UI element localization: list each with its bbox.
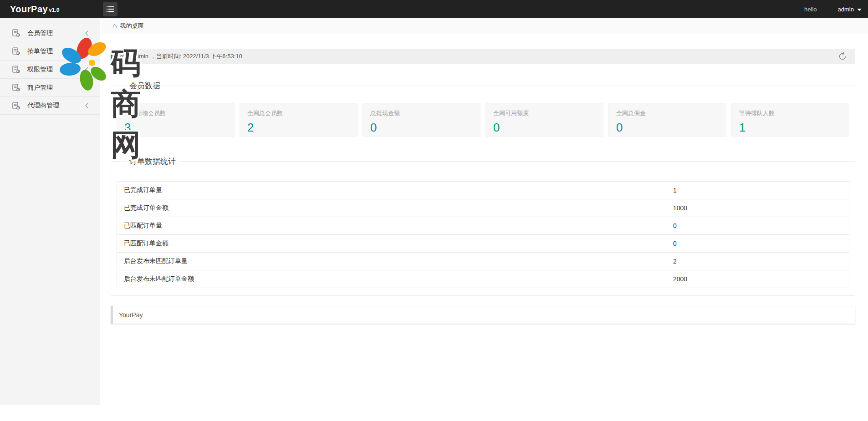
username-text: admin bbox=[838, 6, 854, 13]
table-row: 已匹配订单量 0 bbox=[117, 217, 849, 235]
table-row: 已匹配订单金额 0 bbox=[117, 235, 849, 253]
topbar-right: hello admin bbox=[804, 0, 862, 18]
stat-card-total-members: 全网总会员数 2 bbox=[240, 103, 357, 137]
stat-value: 3 bbox=[124, 121, 227, 135]
sidebar-item-members[interactable]: 会员管理 bbox=[0, 24, 100, 42]
row-label: 已匹配订单量 bbox=[117, 217, 666, 235]
sidebar-item-agents[interactable]: 代理商管理 bbox=[0, 96, 100, 115]
order-stats-table: 已完成订单量 1 已完成订单金额 1000 已匹配订单量 0 已匹配订单金额 0 bbox=[117, 181, 849, 288]
stat-card-queue-count: 等待排队人数 1 bbox=[731, 103, 849, 137]
refresh-button[interactable] bbox=[837, 51, 848, 62]
stat-label: 等待排队人数 bbox=[739, 109, 842, 117]
brand-logo: YourPayv1.0 bbox=[10, 0, 60, 18]
sidebar-item-label: 权限管理 bbox=[27, 66, 53, 74]
row-value: 2 bbox=[666, 253, 849, 270]
row-label: 已完成订单金额 bbox=[117, 199, 666, 217]
welcome-text: 欢迎 admin ，当前时间: 2022/11/3 下午6:53:10 bbox=[119, 52, 242, 61]
topbar: YourPayv1.0 hello admin bbox=[0, 0, 868, 18]
sidebar-item-merchants[interactable]: 商户管理 bbox=[0, 78, 100, 96]
chevron-left-icon bbox=[85, 30, 89, 36]
caret-down-icon bbox=[857, 9, 862, 11]
row-value: 1000 bbox=[666, 199, 849, 217]
stat-value: 0 bbox=[370, 121, 473, 135]
sidebar-item-label: 会员管理 bbox=[27, 29, 53, 37]
member-section-title: 会员数据 bbox=[126, 81, 164, 91]
stat-label: 全网总会员数 bbox=[247, 109, 350, 117]
stat-value: 1 bbox=[739, 121, 842, 135]
stat-value: 0 bbox=[493, 121, 596, 135]
sidebar-item-label: 代理商管理 bbox=[27, 101, 59, 110]
stat-value: 0 bbox=[616, 121, 719, 135]
order-section-title: 订单数据统计 bbox=[126, 156, 179, 167]
footer-panel: YourPay bbox=[111, 306, 855, 324]
stat-card-total-withdrawal: 总提现金额 0 bbox=[363, 103, 480, 137]
brand-version: v1.0 bbox=[49, 7, 59, 13]
row-value: 0 bbox=[666, 217, 849, 235]
row-label: 已完成订单量 bbox=[117, 182, 666, 199]
form-icon bbox=[12, 84, 20, 91]
dashboard-page: YourPayv1.0 hello admin 会员管理 bbox=[0, 0, 868, 421]
breadcrumb-home-link[interactable]: 我的桌面 bbox=[120, 22, 144, 30]
row-value: 2000 bbox=[666, 270, 849, 288]
home-icon: ⌂ bbox=[112, 22, 117, 30]
user-dropdown[interactable]: admin bbox=[838, 6, 862, 13]
form-icon bbox=[12, 66, 20, 73]
sidebar-menu: 会员管理 抢单管理 权限管理 商户管理 代理商管理 bbox=[0, 24, 100, 115]
form-icon bbox=[12, 47, 20, 55]
table-row: 已完成订单金额 1000 bbox=[117, 199, 849, 217]
sidebar-toggle-button[interactable] bbox=[103, 2, 117, 16]
menu-list-icon bbox=[106, 6, 114, 12]
sidebar-item-label: 抢单管理 bbox=[27, 47, 53, 56]
greeting-text: hello bbox=[804, 6, 817, 13]
stat-card-available-quota: 全网可用额度 0 bbox=[485, 103, 603, 137]
row-value: 1 bbox=[666, 182, 849, 199]
stat-card-new-members-today: 今日新增会员数 3 bbox=[117, 103, 235, 137]
chevron-left-icon bbox=[85, 67, 89, 72]
stat-label: 全网可用额度 bbox=[493, 109, 596, 117]
sidebar-item-label: 商户管理 bbox=[27, 84, 53, 92]
sidebar-item-order-grab[interactable]: 抢单管理 bbox=[0, 42, 100, 60]
form-icon bbox=[12, 29, 20, 37]
table-row: 已完成订单量 1 bbox=[117, 182, 849, 199]
table-row: 后台发布未匹配订单金额 2000 bbox=[117, 270, 849, 288]
chevron-left-icon bbox=[85, 49, 89, 54]
sidebar-item-permissions[interactable]: 权限管理 bbox=[0, 60, 100, 78]
form-icon bbox=[12, 102, 20, 110]
member-data-section: 会员数据 今日新增会员数 3 全网总会员数 2 总提现金额 0 全网可用额度 0 bbox=[111, 81, 855, 144]
refresh-icon bbox=[838, 52, 847, 61]
stat-card-total-commission: 全网总佣金 0 bbox=[608, 103, 726, 137]
main-content: 欢迎 admin ，当前时间: 2022/11/3 下午6:53:10 会员数据… bbox=[101, 34, 868, 421]
row-value: 0 bbox=[666, 235, 849, 253]
footer-brand-text: YourPay bbox=[119, 311, 143, 319]
row-label: 后台发布未匹配订单金额 bbox=[117, 270, 666, 288]
brand-name: YourPay bbox=[10, 4, 48, 15]
table-row: 后台发布未匹配订单量 2 bbox=[117, 253, 849, 270]
row-label: 已匹配订单金额 bbox=[117, 235, 666, 253]
order-stats-section: 订单数据统计 已完成订单量 1 已完成订单金额 1000 已匹配订单量 0 bbox=[111, 156, 855, 296]
stat-value: 2 bbox=[247, 121, 350, 135]
welcome-bar: 欢迎 admin ，当前时间: 2022/11/3 下午6:53:10 bbox=[111, 49, 855, 64]
row-label: 后台发布未匹配订单量 bbox=[117, 253, 666, 270]
sidebar: 会员管理 抢单管理 权限管理 商户管理 代理商管理 bbox=[0, 18, 100, 405]
chevron-left-icon bbox=[85, 103, 89, 108]
stat-label: 全网总佣金 bbox=[616, 109, 719, 117]
stat-label: 今日新增会员数 bbox=[124, 109, 227, 117]
breadcrumb: ⌂ 我的桌面 bbox=[101, 18, 868, 34]
chevron-left-icon bbox=[85, 85, 89, 91]
stat-label: 总提现金额 bbox=[370, 109, 473, 117]
stat-cards-row: 今日新增会员数 3 全网总会员数 2 总提现金额 0 全网可用额度 0 全网总佣… bbox=[117, 103, 849, 137]
